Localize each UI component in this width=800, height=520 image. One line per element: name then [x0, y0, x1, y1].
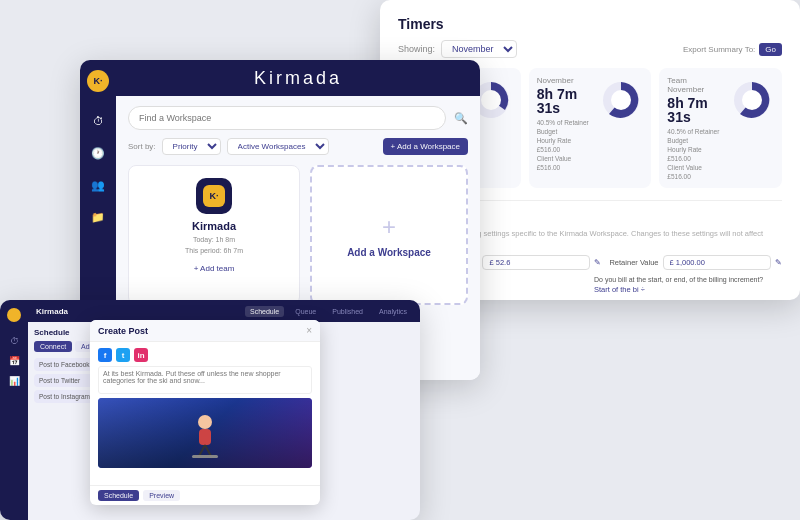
timer-card-team-nov: Team November 8h 7m 31s 40.5% of Retaine… — [659, 68, 782, 188]
timer-team-chart — [730, 78, 774, 122]
workspace-header: Kirmada — [116, 60, 480, 96]
schedule-panel: ⏱ 📅 📊 Kirmada Schedule Queue Published A… — [0, 300, 420, 520]
billing-at-val: Start of the bi ÷ — [594, 285, 782, 294]
retainer-edit-icon[interactable]: ✎ — [775, 258, 782, 267]
workspace-filter-row: Sort by: Priority Active Workspaces + Ad… — [128, 138, 468, 155]
connect-btn[interactable]: Connect — [34, 341, 72, 352]
post-image — [98, 398, 312, 468]
preview-btn[interactable]: Preview — [143, 490, 180, 501]
active-ws-select[interactable]: Active Workspaces — [227, 138, 329, 155]
filter-label: Showing: — [398, 44, 435, 54]
timer-team-time: 8h 7m 31s — [667, 96, 724, 124]
facebook-icon[interactable]: f — [98, 348, 112, 362]
schedule-main: Kirmada Schedule Queue Published Analyti… — [28, 300, 420, 520]
svg-rect-10 — [192, 455, 218, 458]
workspace-cards: K· Kirmada Today: 1h 8m This period: 6h … — [128, 165, 468, 305]
timer-nov-time: 8h 7m 31s — [537, 87, 594, 115]
create-post-modal: Create Post × f t in — [90, 320, 320, 505]
kirmada-card-sub: Today: 1h 8m This period: 6h 7m — [185, 235, 243, 256]
add-workspace-card[interactable]: + Add a Workspace — [310, 165, 468, 305]
create-post-footer: Schedule Preview — [90, 485, 320, 505]
kirmada-icon-inner: K· — [203, 185, 225, 207]
kirmada-card-icon: K· — [196, 178, 232, 214]
tab-published[interactable]: Published — [327, 306, 368, 317]
workspace-search-row: 🔍 — [128, 106, 468, 130]
tab-analytics[interactable]: Analytics — [374, 306, 412, 317]
timer-nov-title: November — [537, 76, 594, 85]
create-post-body: f t in — [90, 342, 320, 485]
snowboarder-svg — [180, 410, 230, 460]
add-workspace-label: Add a Workspace — [347, 247, 431, 258]
timers-filter-row: Showing: November Export Summary To: Go — [398, 40, 782, 58]
schedule-btn[interactable]: Schedule — [98, 490, 139, 501]
timer-nov-sub: 40.5% of Retainer Budget Hourly Rate £51… — [537, 118, 594, 173]
timers-title: Timers — [398, 16, 782, 32]
sched-icon-3[interactable]: 📊 — [9, 376, 20, 386]
schedule-sidebar: ⏱ 📅 📊 — [0, 300, 28, 520]
schedule-topbar: Kirmada Schedule Queue Published Analyti… — [28, 300, 420, 322]
settings-retainer: Retainer Value ✎ — [609, 255, 782, 270]
tab-queue[interactable]: Queue — [290, 306, 321, 317]
close-icon[interactable]: × — [306, 325, 312, 336]
instagram-icon[interactable]: in — [134, 348, 148, 362]
add-plus-icon: + — [382, 213, 396, 241]
workspace-title: Kirmada — [254, 68, 342, 89]
timer-card-november: November 8h 7m 31s 40.5% of Retainer Bud… — [529, 68, 652, 188]
export-label: Export Summary To: — [683, 45, 755, 54]
svg-point-1 — [481, 90, 501, 110]
timer-nov-chart — [599, 78, 643, 122]
hourly-rate-input[interactable] — [482, 255, 590, 270]
schedule-body: Schedule Connect Add Post Post to Facebo… — [28, 322, 420, 520]
sidebar-icon-folder[interactable]: 📁 — [89, 208, 107, 226]
filter-select[interactable]: November — [441, 40, 517, 58]
settings-billing-at: Do you bill at the start, or end, of the… — [594, 276, 782, 294]
retainer-label: Retainer Value — [609, 258, 658, 267]
svg-rect-7 — [199, 429, 211, 445]
workspace-card-kirmada: K· Kirmada Today: 1h 8m This period: 6h … — [128, 165, 300, 305]
svg-point-3 — [611, 90, 631, 110]
sidebar-icon-clock[interactable]: ⏱ — [89, 112, 107, 130]
sidebar-icon-timer[interactable]: 🕐 — [89, 144, 107, 162]
schedule-topbar-title: Kirmada — [36, 307, 68, 316]
svg-point-5 — [742, 90, 762, 110]
retainer-input[interactable] — [663, 255, 771, 270]
timer-team-sub: 40.5% of Retainer Budget Hourly Rate £51… — [667, 127, 724, 182]
hourly-edit-icon[interactable]: ✎ — [594, 258, 601, 267]
platform-row: f t in — [98, 348, 312, 362]
add-workspace-btn[interactable]: + Add a Workspace — [383, 138, 468, 155]
export-btn[interactable]: Go — [759, 43, 782, 56]
billing-at-label: Do you bill at the start, or end, of the… — [594, 276, 782, 283]
post-textarea[interactable] — [98, 366, 312, 394]
workspace-search-input[interactable] — [128, 106, 446, 130]
sched-icon-2[interactable]: 📅 — [9, 356, 20, 366]
twitter-icon[interactable]: t — [116, 348, 130, 362]
sort-label: Sort by: — [128, 142, 156, 151]
create-post-header: Create Post × — [90, 320, 320, 342]
schedule-logo — [7, 308, 21, 322]
sidebar-icon-users[interactable]: 👥 — [89, 176, 107, 194]
timer-team-title: Team November — [667, 76, 724, 94]
svg-point-6 — [198, 415, 212, 429]
search-icon: 🔍 — [454, 112, 468, 125]
add-team-btn[interactable]: + Add team — [194, 264, 235, 273]
tab-schedule[interactable]: Schedule — [245, 306, 284, 317]
workspace-logo: K· — [87, 70, 109, 92]
sched-icon-1[interactable]: ⏱ — [10, 336, 19, 346]
create-post-title: Create Post — [98, 326, 306, 336]
kirmada-card-name: Kirmada — [192, 220, 236, 232]
sort-select[interactable]: Priority — [162, 138, 221, 155]
